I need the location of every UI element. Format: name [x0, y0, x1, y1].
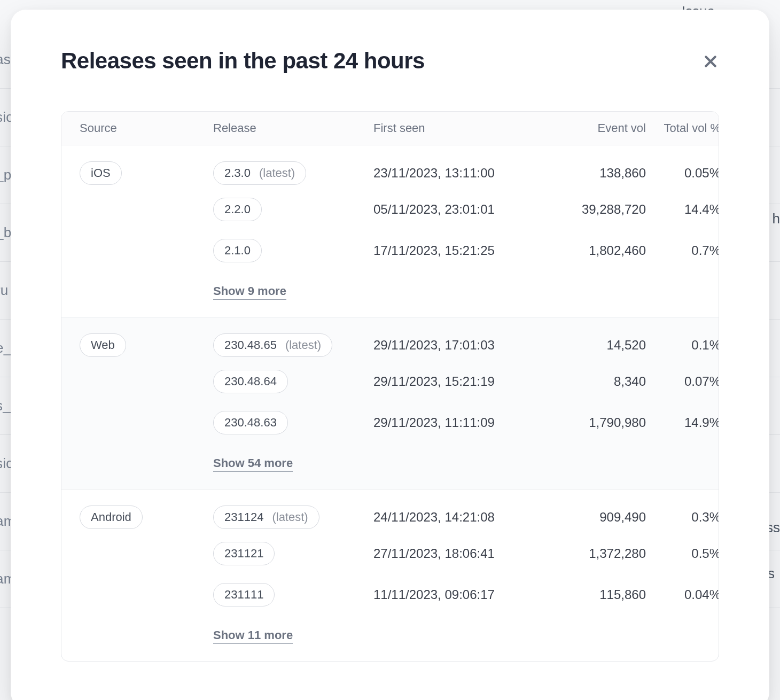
event-vol-cell: 1,790,980 — [550, 415, 646, 430]
first-seen-cell: 24/11/2023, 14:21:08 — [373, 510, 550, 525]
col-source: Source — [80, 121, 213, 135]
close-icon — [703, 53, 719, 71]
col-event-vol: Event vol — [550, 121, 646, 135]
release-pill[interactable]: 230.48.65(latest) — [213, 333, 332, 357]
release-version: 230.48.63 — [224, 416, 277, 430]
release-pill[interactable]: 230.48.63 — [213, 411, 288, 434]
total-vol-cell: 0.1% — [646, 338, 719, 353]
table-row: 2.2.005/11/2023, 23:01:0139,288,72014.4% — [80, 188, 700, 231]
event-vol-cell: 8,340 — [550, 374, 646, 389]
latest-badge: (latest) — [272, 510, 308, 524]
event-vol-cell: 14,520 — [550, 338, 646, 353]
source-pill[interactable]: Web — [80, 333, 126, 357]
first-seen-cell: 11/11/2023, 09:06:17 — [373, 587, 550, 602]
source-pill[interactable]: iOS — [80, 161, 122, 185]
release-version: 231121 — [224, 547, 263, 561]
table-row: Web230.48.65(latest)29/11/2023, 17:01:03… — [80, 317, 700, 360]
event-vol-cell: 1,802,460 — [550, 243, 646, 258]
total-vol-cell: 14.9% — [646, 415, 719, 430]
close-button[interactable] — [698, 49, 723, 75]
total-vol-cell: 0.07% — [646, 374, 719, 389]
table-row: Android231124(latest)24/11/2023, 14:21:0… — [80, 489, 700, 532]
modal-overlay: Releases seen in the past 24 hours Sourc… — [0, 0, 780, 700]
releases-table: Source Release First seen Event vol Tota… — [61, 111, 719, 662]
table-row: 23111111/11/2023, 09:06:17115,8600.04% — [80, 575, 700, 618]
source-pill[interactable]: Android — [80, 505, 143, 529]
first-seen-cell: 05/11/2023, 23:01:01 — [373, 202, 550, 217]
release-pill[interactable]: 231111 — [213, 583, 275, 606]
releases-modal: Releases seen in the past 24 hours Sourc… — [11, 10, 769, 700]
release-pill[interactable]: 231124(latest) — [213, 505, 319, 529]
total-vol-cell: 0.7% — [646, 243, 719, 258]
latest-badge: (latest) — [285, 338, 321, 352]
show-more-button[interactable]: Show 54 more — [213, 456, 293, 472]
first-seen-cell: 27/11/2023, 18:06:41 — [373, 546, 550, 561]
table-header-row: Source Release First seen Event vol Tota… — [61, 112, 719, 145]
release-pill[interactable]: 230.48.64 — [213, 370, 288, 393]
release-version: 231111 — [224, 588, 263, 602]
first-seen-cell: 29/11/2023, 15:21:19 — [373, 374, 550, 389]
release-version: 231124 — [224, 510, 263, 524]
table-row: iOS2.3.0(latest)23/11/2023, 13:11:00138,… — [80, 145, 700, 188]
show-more-button[interactable]: Show 11 more — [213, 628, 293, 644]
release-pill[interactable]: 2.3.0(latest) — [213, 161, 306, 185]
total-vol-cell: 0.04% — [646, 587, 719, 602]
total-vol-cell: 14.4% — [646, 202, 719, 217]
release-group: Web230.48.65(latest)29/11/2023, 17:01:03… — [61, 317, 719, 489]
event-vol-cell: 1,372,280 — [550, 546, 646, 561]
table-row: 230.48.6429/11/2023, 15:21:198,3400.07% — [80, 360, 700, 403]
col-total-vol: Total vol % — [646, 121, 719, 135]
release-group: iOS2.3.0(latest)23/11/2023, 13:11:00138,… — [61, 145, 719, 317]
release-group: Android231124(latest)24/11/2023, 14:21:0… — [61, 489, 719, 661]
total-vol-cell: 0.3% — [646, 510, 719, 525]
table-row: 23112127/11/2023, 18:06:411,372,2800.5% — [80, 532, 700, 575]
latest-badge: (latest) — [259, 166, 295, 180]
release-pill[interactable]: 2.1.0 — [213, 239, 262, 262]
show-more-button[interactable]: Show 9 more — [213, 284, 286, 300]
release-version: 2.2.0 — [224, 203, 251, 216]
release-version: 230.48.65 — [224, 338, 277, 352]
event-vol-cell: 39,288,720 — [550, 202, 646, 217]
table-row: 230.48.6329/11/2023, 11:11:091,790,98014… — [80, 403, 700, 446]
first-seen-cell: 23/11/2023, 13:11:00 — [373, 166, 550, 181]
col-release: Release — [213, 121, 373, 135]
release-pill[interactable]: 231121 — [213, 542, 275, 565]
event-vol-cell: 138,860 — [550, 166, 646, 181]
event-vol-cell: 909,490 — [550, 510, 646, 525]
modal-title: Releases seen in the past 24 hours — [61, 48, 719, 74]
total-vol-cell: 0.5% — [646, 546, 719, 561]
release-version: 230.48.64 — [224, 375, 277, 388]
first-seen-cell: 29/11/2023, 17:01:03 — [373, 338, 550, 353]
table-row: 2.1.017/11/2023, 15:21:251,802,4600.7% — [80, 231, 700, 274]
col-first-seen: First seen — [373, 121, 550, 135]
total-vol-cell: 0.05% — [646, 166, 719, 181]
event-vol-cell: 115,860 — [550, 587, 646, 602]
first-seen-cell: 29/11/2023, 11:11:09 — [373, 415, 550, 430]
release-version: 2.1.0 — [224, 244, 251, 258]
release-pill[interactable]: 2.2.0 — [213, 198, 262, 221]
release-version: 2.3.0 — [224, 166, 251, 180]
first-seen-cell: 17/11/2023, 15:21:25 — [373, 243, 550, 258]
